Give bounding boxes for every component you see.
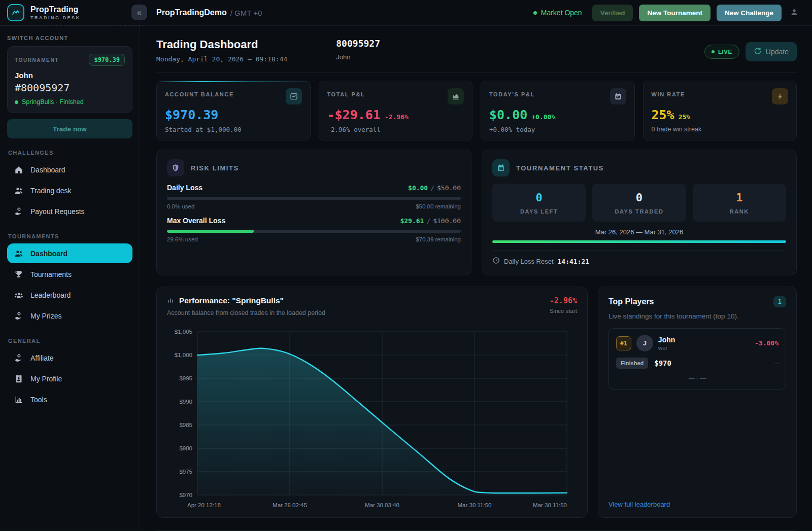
brand-logo-icon (7, 4, 24, 21)
sidebar-item-label: Trading desk (30, 187, 71, 195)
brand-tagline: TRADING DESK (30, 15, 81, 20)
sidebar-item-label: My Prizes (30, 312, 61, 320)
account-status: SpringBulls · Finished (22, 98, 84, 105)
sidebar-item-my-prizes[interactable]: My Prizes (7, 306, 132, 326)
stat-sub: Started at $1,000.00 (165, 126, 302, 133)
stat-card-account-balance: ACCOUNT BALANCE $970.39 Started at $1,00… (156, 81, 311, 140)
svg-text:$1,005: $1,005 (175, 329, 192, 335)
sidebar-collapse-button[interactable]: « (131, 5, 147, 20)
stat-card-total-pnl: TOTAL P&L -$29.61 -2.96% -2.96% overall (319, 81, 473, 140)
risk-used-value: $0.00 (408, 184, 428, 192)
stat-value: -$29.61 (327, 108, 381, 122)
risk-used-value: $29.61 (400, 217, 424, 225)
sidebar-item-label: My Profile (30, 375, 62, 383)
bolt-icon (772, 88, 788, 104)
calendar-icon (492, 159, 510, 176)
hand-coin-icon (14, 353, 23, 363)
chevrons-left-icon: « (137, 8, 142, 17)
sidebar-item-affiliate[interactable]: Affiliate (7, 348, 132, 368)
live-badge: LIVE (704, 45, 739, 59)
daily-loss-reset-label: Daily Loss Reset (504, 258, 554, 265)
content: Trading Dashboard Monday, April 20, 2026… (140, 26, 812, 531)
risk-row-daily-loss: Daily Loss $0.00/$50.00 0.0% used $50.00… (167, 184, 461, 209)
stat-value: $0.00 (489, 108, 527, 122)
stats-row: ACCOUNT BALANCE $970.39 Started at $1,00… (156, 81, 797, 140)
player-change: -3.00% (755, 339, 779, 347)
user-menu-button[interactable] (788, 6, 801, 20)
tournament-status-panel: TOURNAMENT STATUS 0 DAYS LEFT 0 DAYS TRA… (482, 150, 797, 275)
nav-section-title: CHALLENGES (8, 150, 131, 156)
nav-section-title: GENERAL (8, 338, 131, 344)
sidebar: PropTrading TRADING DESK SWITCH ACCOUNT … (0, 0, 140, 531)
risk-separator: / (426, 217, 430, 225)
sidebar-item-tools[interactable]: Tools (7, 390, 132, 409)
nav-section-challenges: CHALLENGES Dashboard Trading desk Payout… (7, 150, 132, 222)
sidebar-item-label: Dashboard (30, 166, 65, 174)
users-icon (14, 186, 23, 195)
market-status-label: Market Open (541, 9, 582, 17)
stat-suffix: 25% (679, 113, 690, 121)
sidebar-item-label: Payout Requests (30, 207, 85, 216)
player-name: John (658, 336, 675, 344)
tournament-status-title: TOURNAMENT STATUS (516, 164, 604, 172)
chart-change-caption: Since start (550, 308, 577, 314)
refresh-icon (754, 47, 761, 56)
sidebar-item-label: Tournaments (30, 270, 72, 278)
svg-text:$995: $995 (179, 375, 192, 381)
stat-card-todays-pnl: TODAY'S P&L $0.00 +0.00% +0.00% today (481, 81, 635, 140)
clock-icon (492, 257, 500, 266)
tournament-progress-track (492, 240, 786, 243)
sidebar-item-trading-desk[interactable]: Trading desk (7, 181, 132, 200)
verified-button[interactable]: Verified (592, 5, 633, 21)
stat-value: 25% (652, 108, 674, 122)
risk-progress-track (167, 230, 461, 233)
view-full-leaderboard-link[interactable]: View full leaderboard (608, 501, 786, 508)
status-dot (15, 100, 18, 104)
performance-chart[interactable]: $1,005$1,000$995$990$985$980$975$970Apr … (167, 324, 568, 512)
svg-text:Mar 30 11:50: Mar 30 11:50 (458, 502, 492, 508)
bar-chart-icon (167, 297, 174, 305)
stat-label: WIN RATE (652, 88, 685, 97)
tournament-progress-fill (492, 240, 786, 243)
stat-suffix: -2.96% (385, 113, 409, 121)
trade-now-button[interactable]: Trade now (7, 119, 132, 138)
header-account-name: John (336, 53, 380, 61)
hand-coin-icon (14, 311, 23, 321)
sidebar-item-tournaments[interactable]: Tournaments (7, 264, 132, 284)
stat-sub: 0 trade win streak (652, 126, 789, 133)
risk-remaining: $50.00 remaining (416, 203, 461, 209)
update-button[interactable]: Update (746, 42, 797, 61)
sidebar-item-my-profile[interactable]: My Profile (7, 369, 132, 388)
risk-label: Daily Loss (167, 184, 202, 192)
tile-rank: 1 RANK (693, 184, 786, 222)
account-card[interactable]: TOURNAMENT $970.39 John #80095927 Spring… (7, 46, 132, 113)
svg-text:Mar 30 03:40: Mar 30 03:40 (365, 502, 399, 508)
market-status: Market Open (533, 9, 582, 17)
stat-sub: +0.00% today (489, 126, 626, 133)
sidebar-item-tournament-dashboard[interactable]: Dashboard (7, 243, 132, 263)
live-label: LIVE (718, 49, 732, 55)
risk-used-pct: 29.6% used (167, 236, 198, 242)
avatar: J (636, 335, 653, 351)
new-challenge-button[interactable]: New Challenge (717, 5, 782, 21)
risk-limit-value: $100.00 (433, 217, 461, 225)
risk-progress-track (167, 197, 461, 200)
tile-label: DAYS LEFT (495, 208, 583, 215)
sidebar-item-payout-requests[interactable]: Payout Requests (7, 201, 132, 221)
risk-label: Max Overall Loss (167, 217, 225, 225)
page-title: Trading Dashboard (156, 38, 287, 51)
player-row[interactable]: #1 J John wer -3.00% Finished $970 – (608, 328, 786, 390)
risk-limits-panel: RISK LIMITS Daily Loss $0.00/$50.00 0.0%… (156, 150, 471, 275)
svg-text:Mar 30 11:50: Mar 30 11:50 (533, 502, 567, 508)
new-tournament-button[interactable]: New Tournament (639, 5, 710, 21)
sidebar-item-dashboard[interactable]: Dashboard (7, 160, 132, 180)
app-window: PropTrading TRADING DESK SWITCH ACCOUNT … (0, 0, 812, 531)
sidebar-item-leaderboard[interactable]: Leaderboard (7, 285, 132, 305)
svg-text:$975: $975 (179, 469, 192, 475)
sidebar-item-label: Affiliate (30, 354, 54, 362)
stat-card-win-rate: WIN RATE 25% 25% 0 trade win streak (643, 81, 797, 140)
risk-used-pct: 0.0% used (167, 203, 194, 209)
users-icon (14, 249, 23, 258)
trophy-icon (14, 269, 23, 279)
chart-line-icon (286, 88, 302, 104)
